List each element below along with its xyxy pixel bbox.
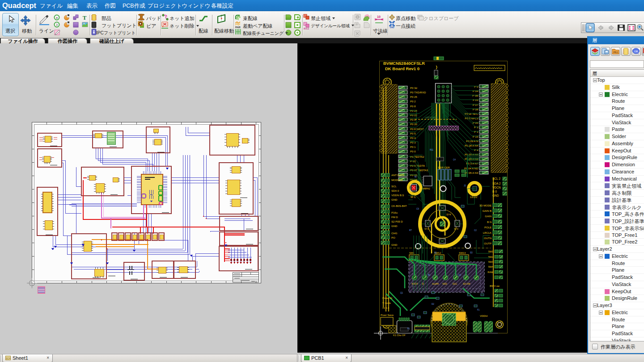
svg-text:5W1: 5W1 xyxy=(488,250,493,253)
svg-text:P0 0 TEDTA: P0 0 TEDTA xyxy=(410,164,425,167)
svg-text:SY3: SY3 xyxy=(454,227,458,230)
svg-text:a: a xyxy=(56,16,58,19)
svg-text:IN 5-4: IN 5-4 xyxy=(382,307,389,309)
svg-text:SER CER: SER CER xyxy=(438,166,450,169)
svg-text:GND: GND xyxy=(391,225,398,227)
svg-text:P 08: P 08 xyxy=(473,108,479,111)
svg-text:VDDN B.S: VDDN B.S xyxy=(391,194,404,197)
svg-text:PRJ: PRJ xyxy=(613,51,618,54)
svg-text:D2: D2 xyxy=(432,303,434,305)
svg-text:P0 TXD/RXD: P0 TXD/RXD xyxy=(410,91,426,94)
svg-text:GAIN B: GAIN B xyxy=(483,210,491,212)
svg-text:R7: R7 xyxy=(409,229,412,232)
svg-text:POLE: POLE xyxy=(484,226,491,229)
svg-text:SA OW: SA OW xyxy=(463,282,470,285)
svg-text:RAW: RAW xyxy=(487,271,493,274)
svg-text:Power Al: Power Al xyxy=(382,297,392,299)
svg-text:S2 P05 D: S2 P05 D xyxy=(391,220,403,223)
svg-text:GND: GND xyxy=(391,244,398,246)
svg-text:VDDR: VDDR xyxy=(411,282,418,285)
svg-text:GND: GND xyxy=(492,194,499,197)
svg-text:P0 25: P0 25 xyxy=(410,96,417,98)
svg-text:P 1: P 1 xyxy=(474,130,479,133)
svg-text:P 4: P 4 xyxy=(474,149,479,152)
svg-text:ID: ID xyxy=(422,282,424,285)
svg-text:OUTN: OUTN xyxy=(484,237,491,240)
svg-text:P 0: P 0 xyxy=(474,85,479,88)
svg-text:P0 4: P0 4 xyxy=(410,137,416,139)
svg-text:OB: OB xyxy=(634,50,638,53)
svg-text:a2: a2 xyxy=(415,176,417,178)
svg-text:SY4: SY4 xyxy=(446,213,451,216)
svg-text:VDD: VDD xyxy=(442,282,447,285)
svg-text:LRCLK: LRCLK xyxy=(483,232,491,234)
svg-text:SCL: SCL xyxy=(391,185,397,188)
svg-text:Q1: Q1 xyxy=(400,292,403,294)
svg-text:V mode: V mode xyxy=(382,302,391,304)
svg-text:P0 3d: P0 3d xyxy=(410,87,417,89)
svg-text:P0 TEDTA2: P0 TEDTA2 xyxy=(410,156,424,158)
svg-text:P 3: P 3 xyxy=(474,126,479,129)
svg-text:SW2: SW2 xyxy=(438,244,443,247)
svg-text:FM D: FM D xyxy=(391,216,398,219)
svg-text:SW13: SW13 xyxy=(459,252,466,254)
svg-text:VDCN: VDCN xyxy=(492,186,501,189)
svg-text:CK-B0S-B4T: CK-B0S-B4T xyxy=(391,205,407,207)
svg-text:B N: B N xyxy=(487,221,491,223)
svg-text:P 05: P 05 xyxy=(473,122,479,124)
svg-text:AudPA: AudPA xyxy=(432,282,439,285)
svg-text:J2: J2 xyxy=(464,185,466,187)
svg-text:P16o: P16o xyxy=(391,211,398,214)
svg-text:P 0B: P 0B xyxy=(472,94,478,97)
svg-text:P0 5: P0 5 xyxy=(410,132,416,135)
svg-text:P0 0: P0 0 xyxy=(410,150,416,153)
svg-text:BVMCN52840CFSLR: BVMCN52840CFSLR xyxy=(383,61,425,66)
svg-text:10: 10 xyxy=(377,15,381,18)
svg-text:MBPA2: MBPA2 xyxy=(423,187,430,190)
svg-text:P0 8 NRST: P0 8 NRST xyxy=(410,128,424,130)
svg-text:Powr Save: Powr Save xyxy=(381,314,394,316)
svg-text:P1: P1 xyxy=(407,328,410,330)
svg-text:PAIR: PAIR xyxy=(235,26,241,29)
svg-text:LED2: LED2 xyxy=(470,195,478,198)
svg-text:B5T2 ow: B5T2 ow xyxy=(490,285,500,287)
svg-text:nRF52840: nRF52840 xyxy=(425,116,438,119)
svg-text:VDDH: VDDH xyxy=(480,315,487,317)
svg-text:B1: B1 xyxy=(428,274,431,276)
svg-text:P 07: P 07 xyxy=(473,104,479,106)
svg-text:R11: R11 xyxy=(430,149,433,151)
svg-text:GND: GND xyxy=(390,26,395,29)
svg-text:M C: M C xyxy=(411,195,416,198)
svg-text:F1: F1 xyxy=(477,309,480,311)
svg-text:DK Board Rev1 0: DK Board Rev1 0 xyxy=(385,66,419,71)
svg-text:P 04: P 04 xyxy=(473,90,479,93)
svg-text:OUTP: OUTP xyxy=(484,242,491,245)
svg-text:MODULE: MODULE xyxy=(391,179,403,181)
svg-text:T: T xyxy=(83,14,87,21)
svg-text:5W4: 5W4 xyxy=(488,265,493,268)
svg-text:PO: PO xyxy=(391,236,395,239)
svg-text:SCL 2: SCL 2 xyxy=(492,177,500,180)
svg-text:K1 Cho OF: K1 Cho OF xyxy=(393,334,406,337)
svg-text:P0 9: P0 9 xyxy=(410,118,416,121)
svg-text:SDA 2: SDA 2 xyxy=(492,182,501,185)
svg-text:SY1: SY1 xyxy=(424,227,429,230)
svg-text:S3: S3 xyxy=(470,252,473,254)
svg-text:GAIN: GAIN xyxy=(485,215,491,218)
svg-text:3: 3 xyxy=(56,23,58,26)
svg-text:C2: C2 xyxy=(474,229,477,232)
svg-text:P0 05 A N3: P0 05 A N3 xyxy=(465,172,479,174)
svg-text:CHG: CHG xyxy=(391,232,398,235)
svg-text:5W3: 5W3 xyxy=(488,261,493,263)
svg-text:C9: C9 xyxy=(416,208,419,210)
svg-text:RULE: RULE xyxy=(304,28,309,30)
svg-text:C4: C4 xyxy=(453,159,456,161)
svg-text:F 03: F 03 xyxy=(473,99,479,101)
svg-text:ANT DATA: ANT DATA xyxy=(391,174,404,177)
svg-text:P0 1: P0 1 xyxy=(410,146,416,148)
svg-text:P0 2: P0 2 xyxy=(410,100,416,103)
svg-text:B 0: B 0 xyxy=(492,190,497,193)
svg-text:3D MODE: 3D MODE xyxy=(479,204,491,207)
svg-text:U3: U3 xyxy=(458,274,461,276)
svg-text:GND: GND xyxy=(391,198,398,201)
